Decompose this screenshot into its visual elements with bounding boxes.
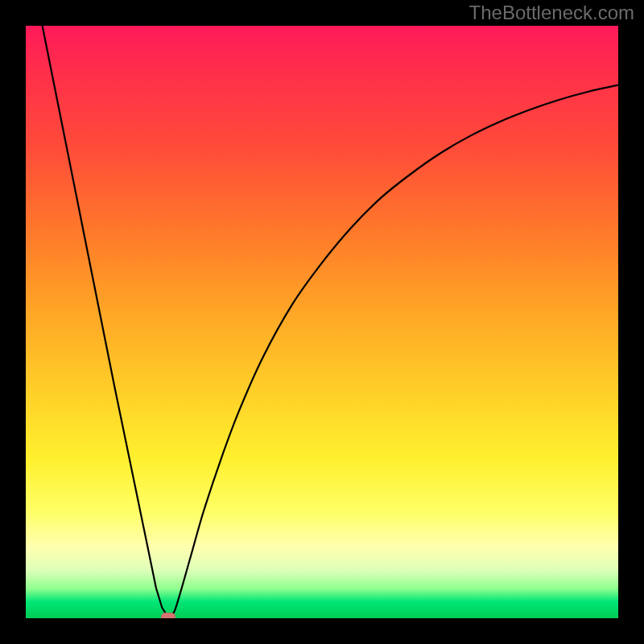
watermark-text: TheBottleneck.com (469, 2, 634, 24)
chart-curve-svg (26, 26, 618, 618)
bottleneck-curve (26, 26, 618, 617)
chart-minimum-marker (161, 613, 175, 618)
chart-plot-area (26, 26, 618, 618)
